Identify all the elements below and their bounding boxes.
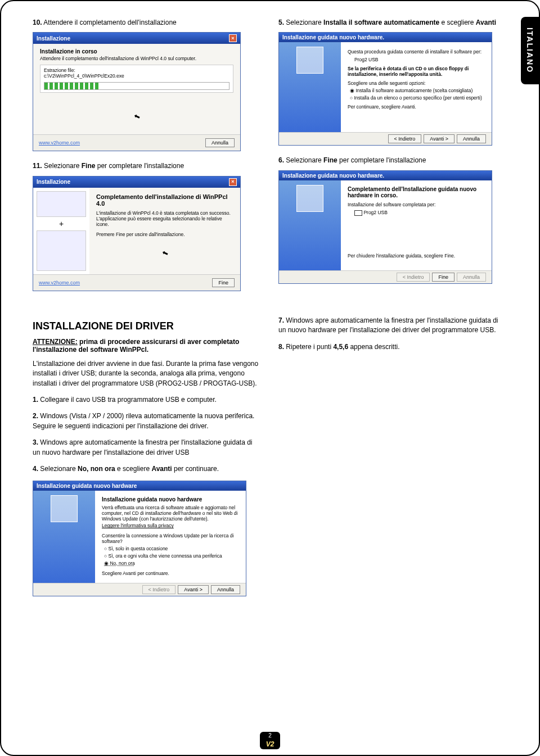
brand-logo: V2 — [260, 739, 280, 749]
step-num: 11. — [33, 162, 42, 170]
wizard-sidebar — [33, 491, 95, 583]
b: Fine — [323, 156, 338, 164]
finish-button[interactable]: Fine — [212, 278, 235, 287]
step-11-text: 11. Selezionare Fine per completare l'in… — [33, 161, 262, 171]
b: Avanti — [476, 19, 496, 26]
wizard-main: Completamento dell'Installazione guidata… — [341, 180, 492, 270]
install-progress-window: Installazione × Installazione in corso A… — [33, 32, 241, 151]
hw2-done-for: Installazione del software completata pe… — [348, 202, 485, 207]
hw2-headline: Completamento dell'Installazione guidata… — [348, 186, 485, 198]
extraction-path: c:\V2\WinPPcl_4_0\WinPPclEx20.exe — [44, 73, 230, 79]
install-subtitle: Installazione in corso — [40, 48, 233, 55]
step-num: 3. — [33, 438, 38, 446]
step-num: 6. — [278, 156, 284, 164]
b: 4,5,6 — [333, 343, 348, 351]
radio-yes-once[interactable]: Sì, solo in questa occasione — [104, 546, 239, 551]
t: Selezionare — [44, 162, 82, 170]
hw-cont: Per continuare, scegliere Avanti. — [348, 104, 485, 110]
radio-auto[interactable]: Installa il software automaticamente (sc… — [350, 88, 485, 93]
hw-wizard-options-window: Installazione guidata nuovo hardware. Qu… — [278, 32, 492, 146]
radio-no[interactable]: No, non ora — [104, 560, 239, 566]
window-body: Installazione guidata nuovo hardware Ver… — [33, 491, 246, 583]
step-body: Windows apre automaticamente la finestra… — [33, 438, 253, 456]
col-left: 10. Attendere il completamento dell'inst… — [33, 18, 262, 301]
install-desc: Attendere il completamento dell'installa… — [40, 56, 233, 61]
window-titlebar: Installazione × — [33, 33, 240, 44]
step-6-text: 6. Selezionare Fine per completare l'ins… — [278, 156, 507, 165]
plus-icon: + — [37, 219, 86, 228]
device-image-icon — [37, 191, 86, 217]
close-icon[interactable]: × — [229, 178, 237, 186]
cancel-button[interactable]: Annulla — [211, 585, 240, 594]
step-5: 5. Selezionare Installa il software auto… — [278, 18, 507, 146]
cancel-button[interactable]: Annulla — [205, 138, 235, 147]
window-footer: www.v2home.com Annulla — [33, 134, 240, 151]
next-button[interactable]: Avanti > — [178, 585, 209, 594]
back-button: < Indietro — [142, 585, 176, 594]
privacy-link[interactable]: Leggere l'informativa sulla privacy — [102, 523, 239, 528]
step-11: 11. Selezionare Fine per completare l'in… — [33, 161, 262, 291]
progress-bar — [44, 82, 230, 90]
radio-specific[interactable]: Installa da un elenco o percorso specifi… — [350, 95, 485, 101]
hw3-question: Consentire la connessione a Windows Upda… — [102, 533, 239, 544]
document-page: ITALIANO 10. Attendere il completamento … — [0, 0, 540, 756]
window-body: Completamento dell'Installazione guidata… — [279, 180, 492, 270]
extraction-box: Estrazione file: c:\V2\WinPPcl_4_0\WinPP… — [40, 65, 233, 93]
window-titlebar: Installazione guidata nuovo hardware. — [279, 171, 492, 180]
window-body: Installazione in corso Attendere il comp… — [33, 44, 240, 134]
hw-cd-hint: Se la periferica è dotata di un CD o un … — [348, 66, 485, 77]
drivers-right: 7. Windows apre automaticamente la fines… — [278, 313, 507, 597]
finish-button[interactable]: Fine — [432, 273, 454, 282]
b: Fine — [82, 162, 96, 170]
t: Selezionare — [40, 465, 78, 473]
app-screenshot-icon — [37, 230, 86, 271]
t: per completare l'installazione — [338, 156, 426, 164]
step-num: 8. — [278, 343, 284, 351]
wizard-main: Questa procedura guidata consente di ins… — [341, 42, 492, 132]
step-num: 1. — [33, 396, 38, 404]
step-6: 6. Selezionare Fine per completare l'ins… — [278, 156, 507, 283]
step-num: 5. — [278, 19, 284, 26]
back-button[interactable]: < Indietro — [388, 134, 422, 143]
window-titlebar: Installazione guidata nuovo hardware — [33, 481, 246, 491]
hardware-icon — [296, 185, 323, 212]
t: e scegliere — [115, 465, 152, 473]
step-num: 7. — [278, 316, 284, 324]
b: No, non ora — [78, 465, 115, 473]
window-body: Questa procedura guidata consente di ins… — [279, 42, 492, 132]
hw-device: Prog2 USB — [354, 57, 485, 62]
vendor-link[interactable]: www.v2home.com — [39, 140, 80, 146]
finish-main: Completamento dell'installazione di WinP… — [89, 188, 240, 274]
driver-step-8: 8. Ripetere i punti 4,5,6 appena descrit… — [278, 342, 507, 352]
t: appena descritti. — [348, 343, 399, 351]
next-button[interactable]: Avanti > — [424, 134, 454, 143]
t: per continuare. — [172, 465, 219, 473]
driver-step-7: 7. Windows apre automaticamente la fines… — [278, 316, 507, 336]
step-body: Attendere il completamento dell'installa… — [43, 19, 176, 26]
drivers-left: INSTALLAZIONE DEI DRIVER ATTENZIONE: pri… — [33, 313, 262, 597]
finish-line1: L'installazione di WinPPcl 4.0 è stata c… — [96, 210, 233, 227]
b: Avanti — [151, 465, 172, 473]
cursor-icon: ⬉ — [160, 247, 169, 257]
wizard-main: Installazione guidata nuovo hardware Ver… — [95, 491, 246, 583]
hw3-headline: Installazione guidata nuovo hardware — [102, 496, 239, 503]
close-icon[interactable]: × — [229, 34, 237, 42]
b: Installa il software automaticamente — [323, 19, 439, 26]
vendor-link[interactable]: www.v2home.com — [39, 280, 80, 286]
radio-yes-always[interactable]: Sì, ora e ogni volta che viene connessa … — [104, 553, 239, 559]
cancel-button[interactable]: Annulla — [457, 134, 486, 143]
hardware-icon — [296, 47, 323, 74]
window-footer: www.v2home.com Fine — [33, 274, 240, 291]
t: per completare l'installazione — [95, 162, 184, 170]
install-finish-window: Installazione × + Completamento dell'ins… — [33, 176, 241, 291]
step-body: Windows apre automaticamente la finestra… — [278, 316, 498, 334]
t: Selezionare — [286, 156, 323, 164]
driver-step-4: 4. Selezionare No, non ora e scegliere A… — [33, 464, 262, 474]
hardware-icon — [51, 495, 78, 522]
hw3-desc: Verrà effettuata una ricerca di software… — [102, 505, 239, 522]
window-footer: < IndietroFineAnnulla — [279, 270, 492, 283]
step-10-text: 10. Attendere il completamento dell'inst… — [33, 18, 262, 28]
step-body: Collegare il cavo USB tra programmatore … — [40, 396, 216, 404]
window-titlebar: Installazione guidata nuovo hardware. — [279, 33, 492, 42]
hw2-device: Prog2 USB — [354, 210, 485, 216]
